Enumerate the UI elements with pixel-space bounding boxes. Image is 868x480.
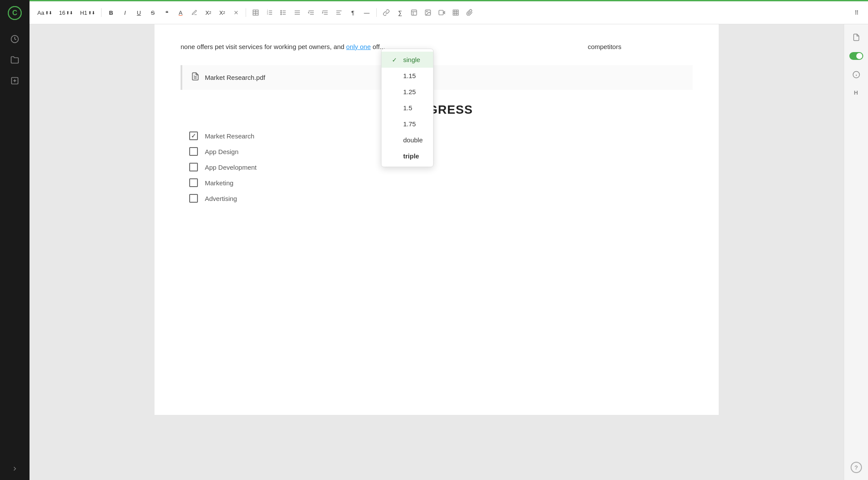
spacing-1-75[interactable]: 1.75 <box>381 116 433 132</box>
svg-rect-41 <box>439 10 443 15</box>
superscript-button[interactable]: X2 <box>216 6 228 19</box>
check-icon: ✓ <box>392 56 399 63</box>
document-page: none offers pet visit services for worki… <box>155 24 719 415</box>
document-outline-icon[interactable] <box>850 31 862 43</box>
strikethrough-button[interactable]: S <box>147 6 159 19</box>
italic-button[interactable]: I <box>119 6 131 19</box>
grid-view-button[interactable]: ⠿ <box>851 6 863 19</box>
table-insert-button[interactable] <box>450 6 462 19</box>
checkbox-marketing[interactable] <box>189 178 198 187</box>
checklist-item: App Design <box>189 145 693 158</box>
add-icon[interactable] <box>9 75 21 87</box>
help-button[interactable]: ? <box>851 462 862 473</box>
font-size-selector[interactable]: 16 ⬆⬇ <box>56 6 76 19</box>
checkbox-app-design[interactable] <box>189 147 198 156</box>
text-content: none offers pet visit services for worki… <box>181 42 693 52</box>
subscript-button[interactable]: X2 <box>202 6 214 19</box>
checklist-label-marketing: Marketing <box>205 179 233 187</box>
file-name[interactable]: Market Research.pdf <box>205 74 265 81</box>
checkbox-market-research[interactable] <box>189 132 198 140</box>
text-link[interactable]: only one <box>346 43 371 50</box>
image-button[interactable] <box>422 6 434 19</box>
svg-point-23 <box>281 14 282 15</box>
competitors-text: competitors <box>588 43 621 50</box>
checklist-label-advertising: Advertising <box>205 195 237 202</box>
svg-text:C: C <box>12 9 17 16</box>
table-button[interactable] <box>250 6 262 19</box>
info-icon[interactable] <box>850 69 862 81</box>
checkbox-advertising[interactable] <box>189 194 198 203</box>
svg-point-22 <box>281 12 282 13</box>
checklist-item: App Development <box>189 161 693 173</box>
spacing-double[interactable]: double <box>381 132 433 148</box>
video-button[interactable] <box>436 6 448 19</box>
toolbar: Aa ⬆⬇ 16 ⬆⬇ H1 ⬆⬇ B I U S ❝ A X2 X2 <box>30 0 868 24</box>
line-spacing-button[interactable] <box>291 6 303 19</box>
file-pdf-icon <box>191 72 200 83</box>
checklist: Market Research App Design <box>181 130 693 204</box>
bold-button[interactable]: B <box>105 6 117 19</box>
svg-rect-43 <box>453 10 458 15</box>
content-area: none offers pet visit services for worki… <box>30 24 868 480</box>
toggle-switch[interactable] <box>849 52 863 60</box>
toolbar-divider-3 <box>376 8 377 17</box>
clear-format-button[interactable] <box>230 6 242 19</box>
progress-title: PROGRESS <box>181 103 693 117</box>
app-logo[interactable]: C <box>7 5 23 21</box>
text-before: none offers pet visit services for worki… <box>181 43 344 50</box>
unordered-list-button[interactable] <box>277 6 289 19</box>
spacing-1-15[interactable]: 1.15 <box>381 68 433 84</box>
align-left-button[interactable] <box>333 6 345 19</box>
code-block-button[interactable] <box>408 6 420 19</box>
paragraph-indent-button[interactable]: ¶ <box>347 6 359 19</box>
file-attachment-block: Market Research.pdf <box>181 65 693 90</box>
highlight-button[interactable] <box>188 6 201 19</box>
svg-text:3: 3 <box>267 13 268 15</box>
attachment-button[interactable] <box>464 6 476 19</box>
sidebar-collapse-icon[interactable] <box>9 463 21 475</box>
svg-point-21 <box>281 10 282 11</box>
checklist-label-app-design: App Design <box>205 148 239 155</box>
right-sidebar: H ? <box>844 24 868 480</box>
checklist-item: Advertising <box>189 192 693 204</box>
spacing-1-25[interactable]: 1.25 <box>381 84 433 100</box>
quote-button[interactable]: ❝ <box>161 6 173 19</box>
main-area: Aa ⬆⬇ 16 ⬆⬇ H1 ⬆⬇ B I U S ❝ A X2 X2 <box>30 0 868 480</box>
text-color-button[interactable]: A <box>174 6 187 19</box>
document-panel: none offers pet visit services for worki… <box>30 24 844 480</box>
spacing-triple[interactable]: triple <box>381 148 433 164</box>
svg-point-40 <box>427 11 427 12</box>
link-button[interactable] <box>380 6 392 19</box>
checklist-item: Market Research <box>189 130 693 142</box>
history-icon[interactable] <box>9 33 21 45</box>
checkbox-app-development[interactable] <box>189 163 198 171</box>
checklist-label-app-development: App Development <box>205 164 256 171</box>
heading-selector[interactable]: H1 ⬆⬇ <box>77 6 98 19</box>
checklist-label-market-research: Market Research <box>205 132 254 140</box>
spacing-1-5[interactable]: 1.5 <box>381 100 433 116</box>
indent-decrease-button[interactable] <box>305 6 317 19</box>
line-spacing-dropdown: ✓ single 1.15 1.25 1.5 1.75 <box>381 49 434 167</box>
progress-section: PROGRESS Market Research <box>181 103 693 204</box>
font-family-selector[interactable]: Aa ⬆⬇ <box>35 6 55 19</box>
indent-increase-button[interactable] <box>319 6 331 19</box>
horizontal-rule-button[interactable]: — <box>361 6 373 19</box>
toolbar-divider-2 <box>246 8 246 17</box>
underline-button[interactable]: U <box>133 6 145 19</box>
checklist-item: Marketing <box>189 177 693 189</box>
folder-icon[interactable] <box>9 54 21 66</box>
svg-rect-36 <box>411 10 417 15</box>
toolbar-divider-1 <box>101 8 102 17</box>
spacing-single[interactable]: ✓ single <box>381 52 433 68</box>
ordered-list-button[interactable]: 1 2 3 <box>263 6 276 19</box>
formula-button[interactable]: ∑ <box>394 6 406 19</box>
left-sidebar: C <box>0 0 30 480</box>
heading-indicator: H <box>854 89 858 96</box>
